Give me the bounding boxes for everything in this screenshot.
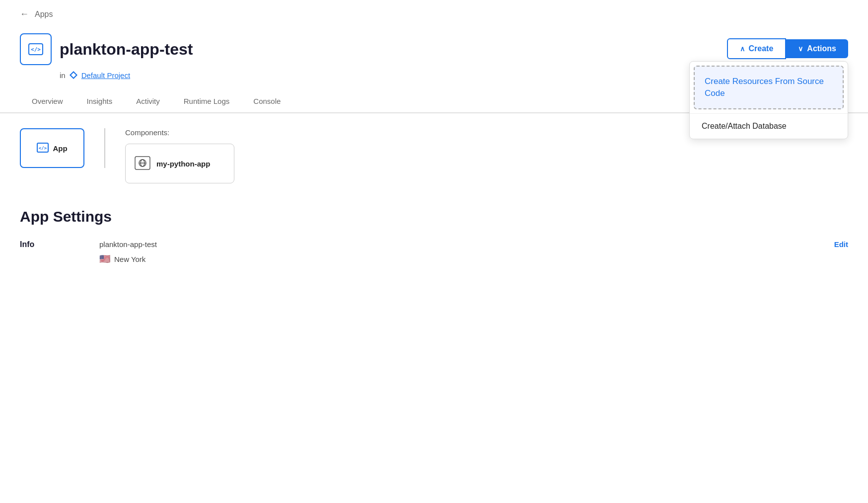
app-component-card[interactable]: </> App — [20, 128, 84, 168]
app-name-value: plankton-app-test — [99, 240, 814, 249]
app-component-label: App — [53, 144, 67, 153]
tab-runtime-logs[interactable]: Runtime Logs — [172, 90, 242, 113]
top-nav: ← Apps — [0, 0, 868, 28]
dropdown-item1-label: Create Resources From Source Code — [705, 77, 824, 98]
app-title: plankton-app-test — [60, 40, 193, 59]
chevron-down-icon — [798, 44, 803, 53]
header-section: </> plankton-app-test in Default Project… — [0, 28, 868, 90]
nav-apps-label[interactable]: Apps — [35, 10, 53, 19]
dropdown-item-create-resources[interactable]: Create Resources From Source Code — [694, 66, 844, 109]
header-buttons: Create Actions Create Resources From Sou… — [727, 38, 848, 59]
create-button[interactable]: Create — [727, 38, 787, 59]
actions-button[interactable]: Actions — [786, 39, 848, 58]
svg-text:</>: </> — [31, 46, 41, 53]
components-right: Components: my-python-app — [125, 128, 234, 183]
settings-title: App Settings — [20, 208, 848, 225]
info-row: Info plankton-app-test 🇺🇸 New York Edit — [20, 240, 848, 264]
project-row: in Default Project — [20, 70, 193, 80]
location-row: 🇺🇸 New York — [99, 253, 814, 264]
app-icon: </> — [20, 33, 52, 65]
location-value: New York — [114, 255, 145, 263]
components-label: Components: — [125, 128, 234, 137]
project-prefix: in — [60, 71, 66, 80]
component-item-icon — [135, 156, 150, 171]
tab-insights[interactable]: Insights — [75, 90, 125, 113]
project-diamond-icon — [69, 70, 78, 80]
dropdown-menu: Create Resources From Source Code Create… — [689, 61, 848, 139]
component-divider — [104, 128, 105, 168]
tab-console[interactable]: Console — [241, 90, 292, 113]
back-button[interactable]: ← — [20, 9, 29, 19]
flag-icon: 🇺🇸 — [99, 253, 110, 264]
svg-text:</>: </> — [39, 146, 47, 151]
app-settings-section: App Settings Info plankton-app-test 🇺🇸 N… — [0, 198, 868, 284]
app-title-row: </> plankton-app-test — [20, 33, 193, 65]
component-item-python-app[interactable]: my-python-app — [125, 144, 234, 183]
tab-overview[interactable]: Overview — [20, 90, 75, 113]
info-values: plankton-app-test 🇺🇸 New York — [99, 240, 814, 264]
dropdown-item2-label: Create/Attach Database — [702, 122, 787, 130]
create-button-label: Create — [749, 44, 774, 53]
edit-link[interactable]: Edit — [834, 240, 848, 249]
info-label: Info — [20, 240, 79, 249]
app-component-icon: </> — [37, 143, 49, 154]
tab-activity[interactable]: Activity — [124, 90, 172, 113]
app-info: </> plankton-app-test in Default Project — [20, 33, 193, 80]
actions-button-label: Actions — [807, 44, 836, 53]
chevron-up-icon — [740, 44, 745, 53]
component-item-name: my-python-app — [156, 160, 210, 168]
dropdown-item-create-database[interactable]: Create/Attach Database — [690, 113, 848, 139]
project-link[interactable]: Default Project — [81, 71, 130, 80]
